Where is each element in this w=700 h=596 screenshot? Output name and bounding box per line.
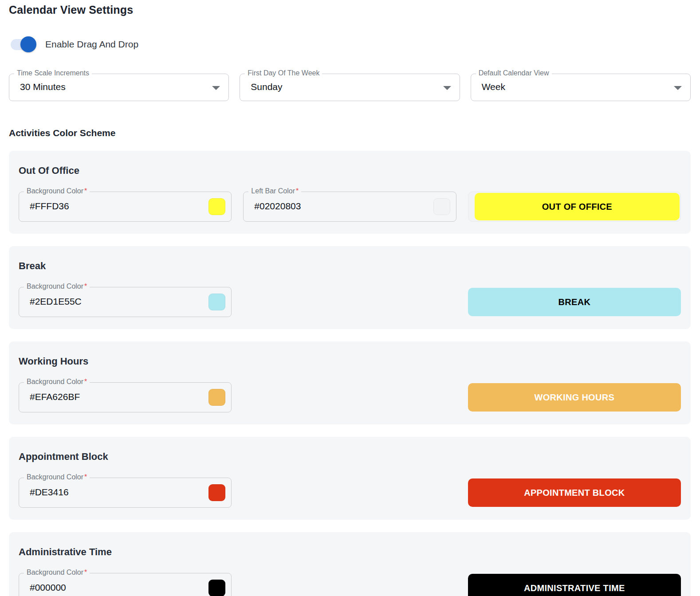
chevron-down-icon bbox=[674, 86, 682, 90]
activity-title: Out Of Office bbox=[19, 165, 681, 176]
activity-card-appointment-block: Appointment Block Background Color* APPO… bbox=[9, 437, 691, 520]
activity-preview: ADMINISTRATIVE TIME bbox=[468, 574, 681, 596]
required-marker: * bbox=[83, 378, 87, 385]
activity-title: Appointment Block bbox=[19, 451, 681, 463]
spacer bbox=[243, 573, 456, 596]
background-color-swatch[interactable] bbox=[208, 580, 225, 596]
activities-color-scheme-heading: Activities Color Scheme bbox=[9, 128, 691, 138]
background-color-field: Background Color* bbox=[19, 478, 232, 508]
activity-preview-container: BREAK bbox=[468, 288, 681, 316]
activity-title: Break bbox=[19, 260, 681, 272]
background-color-field: Background Color* bbox=[19, 573, 232, 596]
background-color-input[interactable] bbox=[30, 201, 178, 212]
chevron-down-icon bbox=[212, 86, 220, 90]
activity-card-administrative-time: Administrative Time Background Color* AD… bbox=[9, 532, 691, 596]
field-label: Default Calendar View bbox=[476, 69, 552, 77]
background-color-input[interactable] bbox=[30, 392, 178, 402]
activity-preview-container: WORKING HOURS bbox=[468, 383, 681, 412]
default-calendar-view-select[interactable]: Default Calendar View Week bbox=[471, 74, 691, 101]
activity-card-working-hours: Working Hours Background Color* WORKING … bbox=[9, 341, 691, 424]
background-color-swatch[interactable] bbox=[208, 389, 225, 406]
field-label: Background Color* bbox=[24, 282, 90, 290]
field-label: Background Color* bbox=[24, 569, 90, 576]
calendar-view-settings-page: Calendar View Settings Enable Drag And D… bbox=[0, 0, 700, 596]
activity-preview: APPOINTMENT BLOCK bbox=[468, 478, 681, 507]
selected-value: 30 Minutes bbox=[20, 82, 173, 92]
background-color-field: Background Color* bbox=[19, 192, 232, 222]
field-label: Time Scale Increments bbox=[14, 69, 92, 77]
background-color-field: Background Color* bbox=[19, 287, 232, 317]
background-color-field: Background Color* bbox=[19, 382, 232, 412]
first-day-of-week-select[interactable]: First Day Of The Week Sunday bbox=[240, 74, 460, 101]
page-title: Calendar View Settings bbox=[9, 4, 691, 16]
left-bar-color-input[interactable] bbox=[254, 201, 403, 212]
field-label: Left Bar Color* bbox=[248, 187, 301, 195]
background-color-input[interactable] bbox=[30, 582, 178, 593]
background-color-swatch[interactable] bbox=[208, 294, 225, 310]
background-color-input[interactable] bbox=[30, 296, 178, 307]
required-marker: * bbox=[295, 187, 299, 195]
required-marker: * bbox=[83, 473, 87, 481]
activity-preview-container: OUT OF OFFICE bbox=[468, 192, 681, 222]
activity-title: Working Hours bbox=[19, 356, 681, 367]
activity-preview: OUT OF OFFICE bbox=[475, 193, 680, 220]
field-label: Background Color* bbox=[24, 378, 90, 386]
background-color-swatch[interactable] bbox=[208, 198, 225, 215]
background-color-input[interactable] bbox=[30, 487, 178, 498]
left-bar-color-swatch[interactable] bbox=[433, 198, 450, 215]
field-label: Background Color* bbox=[24, 187, 90, 195]
chevron-down-icon bbox=[443, 86, 451, 90]
left-bar-color-field: Left Bar Color* bbox=[243, 192, 456, 222]
field-label: First Day Of The Week bbox=[245, 69, 322, 77]
required-marker: * bbox=[83, 282, 87, 290]
time-scale-increments-select[interactable]: Time Scale Increments 30 Minutes bbox=[9, 74, 229, 101]
selected-value: Week bbox=[482, 82, 635, 92]
activity-preview-container: ADMINISTRATIVE TIME bbox=[468, 574, 681, 596]
spacer bbox=[243, 382, 456, 412]
calendar-options-row: Time Scale Increments 30 Minutes First D… bbox=[9, 74, 691, 101]
toggle-label: Enable Drag And Drop bbox=[45, 39, 138, 50]
activity-preview-container: APPOINTMENT BLOCK bbox=[468, 478, 681, 507]
spacer bbox=[243, 478, 456, 508]
required-marker: * bbox=[83, 187, 87, 195]
toggle-thumb bbox=[20, 36, 36, 52]
required-marker: * bbox=[83, 569, 87, 576]
activity-card-out-of-office: Out Of Office Background Color* Left Bar… bbox=[9, 151, 691, 234]
activity-preview: BREAK bbox=[468, 288, 681, 316]
activity-preview: WORKING HOURS bbox=[468, 383, 681, 412]
field-label: Background Color* bbox=[24, 473, 90, 481]
drag-and-drop-row: Enable Drag And Drop bbox=[9, 36, 691, 53]
selected-value: Sunday bbox=[251, 82, 404, 92]
activity-card-break: Break Background Color* BREAK bbox=[9, 246, 691, 329]
background-color-swatch[interactable] bbox=[208, 484, 225, 501]
activity-title: Administrative Time bbox=[19, 546, 681, 558]
enable-drag-and-drop-toggle[interactable] bbox=[9, 36, 36, 53]
spacer bbox=[243, 287, 456, 317]
